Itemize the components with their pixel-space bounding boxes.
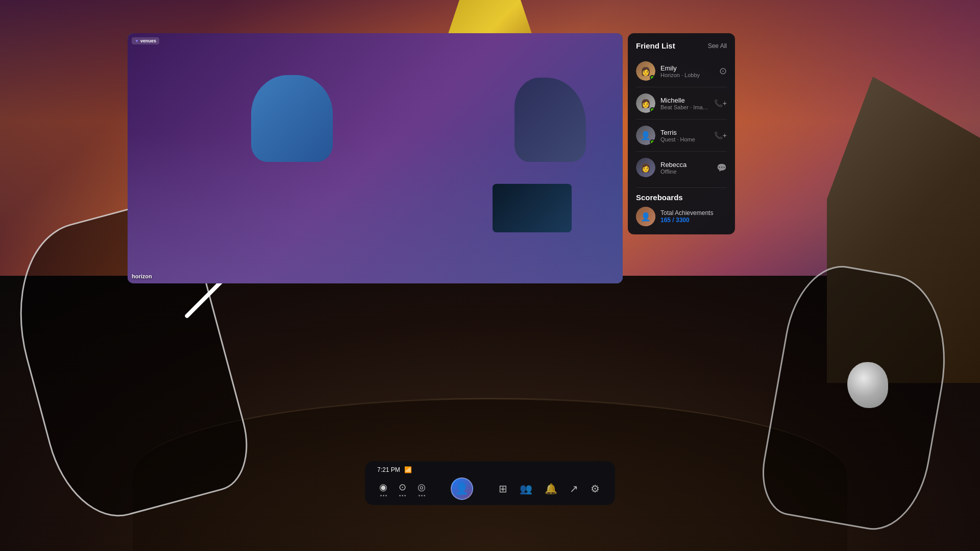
friend-item-emily[interactable]: 👩 Emily Horizon · Lobby ⊙	[636, 57, 727, 85]
content-area: 👤 Welcome back, Cecilia. Search 🔍 Custom…	[230, 33, 623, 283]
party-button[interactable]: 👥	[514, 481, 537, 497]
taskbar-left-buttons: ◉ ⊙ ◎	[375, 480, 430, 498]
divider-scoreboards	[636, 187, 727, 188]
friend-info-emily: Emily Horizon · Lobby	[660, 64, 714, 78]
taskbar-dots-3	[419, 495, 425, 496]
taskbar: 7:21 PM 📶 ◉ ⊙ ◎	[365, 461, 615, 505]
notifications-button[interactable]: 🔔	[540, 481, 562, 497]
share-button[interactable]: ↗	[565, 481, 583, 497]
game-thumb-venues: ▼ venues	[408, 184, 487, 232]
right-panel: Friend List See All 👩 Emily Horizon · Lo…	[628, 33, 735, 234]
friend-list-title: Friend List	[636, 41, 675, 50]
taskbar-dots-2	[399, 495, 406, 496]
vr-headset-icon: ⊙	[399, 482, 406, 493]
divider-2	[636, 119, 727, 119]
friend-action-terris[interactable]: 📞+	[714, 131, 727, 139]
main-panel: Home Home Explore Media Social 👤 Welcome…	[128, 33, 623, 283]
taskbar-center: 👤	[451, 477, 473, 500]
apps-button[interactable]: ⊞	[494, 481, 512, 497]
headset-icon: ◉	[379, 482, 387, 493]
taskbar-headset1-button[interactable]: ◉	[375, 480, 391, 498]
friend-action-emily[interactable]: ⊙	[719, 65, 727, 77]
taskbar-icons: ◉ ⊙ ◎ 👤	[375, 477, 605, 500]
friend-avatar-michelle: 👩	[636, 93, 655, 113]
recommended-section: Recommended For You ▾ horizon Facebook H…	[230, 163, 623, 283]
friend-info-michelle: Michelle Beat Saber · Imagine Dr...	[660, 97, 709, 110]
friend-action-rebecca[interactable]: 💬	[717, 163, 727, 173]
online-indicator-michelle	[650, 107, 655, 112]
taskbar-headset2-button[interactable]: ⊙	[395, 480, 410, 498]
divider-1	[636, 87, 727, 87]
friend-item-michelle[interactable]: 👩 Michelle Beat Saber · Imagine Dr... 📞+	[636, 89, 727, 117]
friend-item-rebecca[interactable]: 👩 Rebecca Offline 💬	[636, 154, 727, 181]
taskbar-time: 7:21 PM	[377, 466, 400, 473]
friend-avatar-rebecca: 👩	[636, 158, 655, 177]
online-indicator-terris	[650, 139, 655, 145]
settings-button[interactable]: ⚙	[585, 481, 605, 497]
game-card-venues[interactable]: ▼ venues Venues (Beta Early Access)	[408, 184, 487, 243]
achievement-avatar: 👤	[636, 207, 655, 226]
see-all-button[interactable]: See All	[708, 42, 727, 50]
friend-avatar-terris: 👤	[636, 126, 655, 145]
wifi-icon: 📶	[404, 466, 412, 473]
friend-info-terris: Terris Quest · Home	[660, 129, 709, 142]
friend-avatar-emily: 👩	[636, 61, 655, 81]
friend-list-header: Friend List See All	[636, 41, 727, 50]
scoreboards-section: Scoreboards 👤 Total Achievements 165 / 3…	[636, 187, 727, 226]
friend-item-terris[interactable]: 👤 Terris Quest · Home 📞+	[636, 122, 727, 149]
taskbar-controller-button[interactable]: ◎	[413, 480, 430, 498]
divider-3	[636, 151, 727, 152]
hero-robot-right	[514, 78, 586, 162]
controller-icon: ◎	[418, 482, 426, 493]
online-indicator-emily	[650, 75, 655, 80]
game-thumb-quill	[493, 184, 572, 232]
vr-orb	[847, 362, 888, 408]
taskbar-time-row: 7:21 PM 📶	[375, 466, 605, 473]
avatar-icon: 👤	[455, 482, 469, 495]
achievement-item[interactable]: 👤 Total Achievements 165 / 3300	[636, 207, 727, 226]
achievement-info: Total Achievements 165 / 3300	[660, 209, 727, 224]
taskbar-right-buttons: ⊞ 👥 🔔 ↗ ⚙	[494, 481, 605, 497]
scoreboards-title: Scoreboards	[636, 193, 727, 202]
games-grid: horizon Facebook Horizon BEATSABER Beat …	[240, 184, 612, 243]
hero-robot-left	[251, 75, 333, 162]
taskbar-avatar-button[interactable]: 👤	[451, 477, 473, 500]
friend-info-rebecca: Rebecca Offline	[660, 161, 712, 175]
taskbar-dots-1	[380, 495, 387, 496]
friend-action-michelle[interactable]: 📞+	[714, 99, 727, 107]
